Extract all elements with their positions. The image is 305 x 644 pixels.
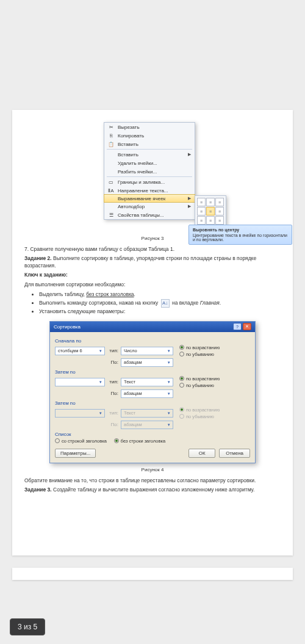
type-label: тип: xyxy=(107,379,118,385)
task-3: Задание 3. Создайте таблицу и вычислите … xyxy=(24,487,281,493)
list-item: Установить следующие параметры: xyxy=(39,308,281,316)
alignment-tooltip: Выровнять по центру Центрирование текста… xyxy=(188,225,292,245)
dialog-titlebar: Сортировка ? ✕ xyxy=(50,322,255,332)
align-top-center[interactable]: ≡ xyxy=(206,198,215,206)
context-menu: ✂Вырезать ⎘Копировать 📋Вставить Вставить… xyxy=(104,122,195,220)
type-label: тип: xyxy=(107,410,118,416)
cancel-button[interactable]: Отмена xyxy=(219,449,250,458)
po-label: По: xyxy=(107,422,118,427)
task-3-text: Создайте таблицу и вычислите выражения с… xyxy=(52,487,255,493)
sort-column-combo-3: ▾ xyxy=(55,409,105,418)
task-2: Задание 2. Выполните сортировку в таблиц… xyxy=(24,255,281,269)
radio-icon xyxy=(179,352,184,356)
menu-label: Разбить ячейки... xyxy=(115,169,191,175)
close-button[interactable]: ✕ xyxy=(243,323,251,330)
sort-by-combo-2[interactable]: абзацам▾ xyxy=(121,389,173,398)
menu-label: Вставить xyxy=(115,152,188,157)
radio-icon xyxy=(55,438,60,443)
tooltip-desc: Центрирование текста в ячейке по горизон… xyxy=(193,233,287,242)
menu-label: Удалить ячейки... xyxy=(115,161,191,166)
menu-label: Свойства таблицы... xyxy=(115,212,191,218)
menu-split-cells[interactable]: Разбить ячейки... xyxy=(104,167,195,176)
chevron-down-icon: ▾ xyxy=(99,380,102,385)
menu-label: Направление текста... xyxy=(115,188,191,194)
type-label: тип: xyxy=(107,348,118,353)
sort-icon: A↓ xyxy=(161,299,170,308)
align-bottom-center[interactable]: ≡ xyxy=(206,216,215,225)
menu-label: Копировать xyxy=(115,133,191,139)
chevron-down-icon: ▾ xyxy=(168,380,170,385)
menu-borders[interactable]: ▭Границы и заливка... xyxy=(104,178,195,186)
chevron-down-icon: ▾ xyxy=(168,349,170,353)
alignment-flyout: ≡ ≡ ≡ ≡ ≡ ≡ ≡ ≡ ≡ xyxy=(195,195,226,227)
task-2-label: Задание 2. xyxy=(24,255,52,261)
figure-4: Сортировка ? ✕ Сначала по столбцам 6▾ ти… xyxy=(24,321,281,463)
sort-type-combo[interactable]: Число▾ xyxy=(121,347,173,355)
text-direction-icon: ⅡA xyxy=(107,188,115,194)
po-label: По: xyxy=(107,360,118,365)
menu-autofit[interactable]: Автоподбор▶ xyxy=(104,202,195,211)
group-then2: Затем по xyxy=(55,400,250,406)
instructions-list: Выделить таблицу, без строк заголовка. В… xyxy=(39,291,281,316)
chevron-right-icon: ▶ xyxy=(188,152,191,157)
tooltip-title: Выровнять по центру xyxy=(193,228,288,232)
align-bottom-right[interactable]: ≡ xyxy=(215,216,224,225)
radio-icon xyxy=(179,414,184,419)
sort-desc-radio-2[interactable]: по убыванию xyxy=(179,383,250,388)
list-item: Выделить таблицу, без строк заголовка. xyxy=(39,291,281,299)
sort-desc-radio[interactable]: по убыванию xyxy=(179,352,250,357)
with-header-radio[interactable]: со строкой заголовка xyxy=(55,438,107,444)
ok-button[interactable]: ОК xyxy=(188,449,215,458)
chevron-down-icon: ▾ xyxy=(99,411,102,416)
menu-delete-cells[interactable]: Удалить ячейки... xyxy=(104,159,195,167)
chevron-down-icon: ▾ xyxy=(99,349,102,353)
sort-asc-radio-3: по возрастанию xyxy=(179,407,250,413)
group-first: Сначала по xyxy=(55,338,250,344)
align-top-right[interactable]: ≡ xyxy=(215,198,224,206)
key-intro: Для выполнения сортировки необходимо: xyxy=(24,281,281,288)
menu-insert-sub[interactable]: Вставить▶ xyxy=(104,150,195,159)
chevron-down-icon: ▾ xyxy=(168,360,170,365)
dialog-body: Сначала по столбцам 6▾ тип: Число▾ по во… xyxy=(50,332,255,463)
menu-label: Автоподбор xyxy=(115,204,188,209)
params-button[interactable]: Параметры... xyxy=(55,449,96,458)
group-then1: Затем по xyxy=(55,369,250,375)
sort-type-combo-2[interactable]: Текст▾ xyxy=(121,378,173,386)
dialog-title: Сортировка xyxy=(54,324,81,330)
sort-by-combo[interactable]: абзацам▾ xyxy=(121,358,173,367)
menu-text-direction[interactable]: ⅡAНаправление текста... xyxy=(104,186,195,195)
key-label: Ключ к заданию: xyxy=(24,272,281,278)
group-list: Список xyxy=(55,432,250,437)
menu-cut[interactable]: ✂Вырезать xyxy=(104,123,195,131)
sort-dialog: Сортировка ? ✕ Сначала по столбцам 6▾ ти… xyxy=(49,321,256,463)
radio-icon xyxy=(179,376,184,381)
copy-icon: ⎘ xyxy=(107,133,115,139)
sort-asc-radio-2[interactable]: по возрастанию xyxy=(179,376,250,382)
menu-table-properties[interactable]: ☰Свойства таблицы... xyxy=(104,211,195,219)
menu-cell-alignment[interactable]: Выравнивание ячеек▶ xyxy=(104,194,195,203)
borders-icon: ▭ xyxy=(107,179,115,185)
align-top-left[interactable]: ≡ xyxy=(197,198,206,206)
chevron-right-icon: ▶ xyxy=(188,196,191,201)
align-middle-right[interactable]: ≡ xyxy=(215,207,224,215)
document-page: ✂Вырезать ⎘Копировать 📋Вставить Вставить… xyxy=(12,110,293,555)
align-middle-center[interactable]: ≡ xyxy=(206,207,215,215)
radio-icon xyxy=(179,383,184,388)
list-item: Выполнить команду сортировка, нажав на к… xyxy=(39,299,281,308)
help-button[interactable]: ? xyxy=(233,323,242,330)
menu-separator xyxy=(107,149,192,150)
no-header-radio[interactable]: без строки заголовка xyxy=(114,438,165,444)
menu-copy[interactable]: ⎘Копировать xyxy=(104,131,195,140)
scissors-icon: ✂ xyxy=(107,125,115,130)
sort-asc-radio[interactable]: по возрастанию xyxy=(179,345,250,350)
sort-column-combo[interactable]: столбцам 6▾ xyxy=(55,347,105,355)
properties-icon: ☰ xyxy=(107,212,115,218)
sort-by-combo-3: абзацам▾ xyxy=(121,421,173,429)
menu-label: Выравнивание ячеек xyxy=(115,196,188,201)
align-bottom-left[interactable]: ≡ xyxy=(197,216,206,225)
menu-paste[interactable]: 📋Вставить xyxy=(104,140,195,148)
menu-separator xyxy=(107,176,192,177)
page-indicator: 3 из 5 xyxy=(10,618,45,635)
sort-column-combo-2[interactable]: ▾ xyxy=(55,378,105,386)
align-middle-left[interactable]: ≡ xyxy=(197,207,206,215)
